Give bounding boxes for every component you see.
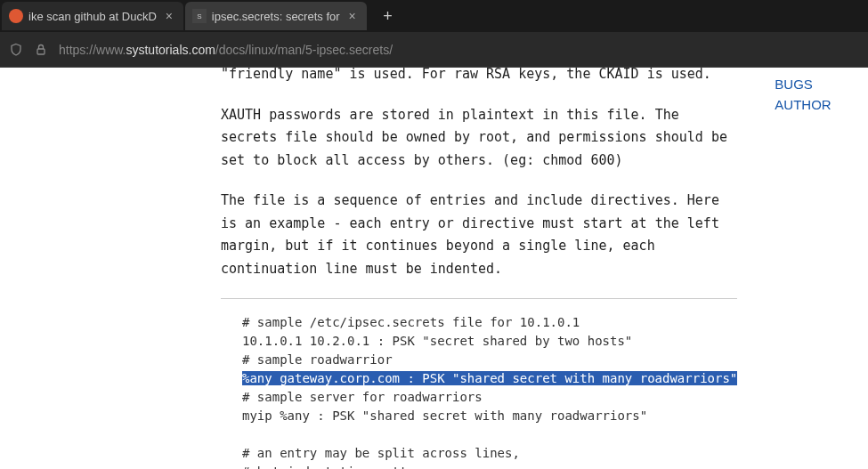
sidebar: BUGS AUTHOR — [764, 68, 868, 469]
new-tab-button[interactable]: + — [376, 4, 401, 28]
paragraph: The file is a sequence of entries and in… — [221, 190, 737, 280]
site-icon: S — [192, 9, 207, 23]
code-line: myip %any : PSK "shared secret with many… — [242, 408, 647, 423]
code-line: # but indentation matters — [242, 465, 430, 469]
code-block: # sample /etc/ipsec.secrets file for 10.… — [221, 298, 737, 469]
content-area: "friendly name" is used. For raw RSA key… — [0, 68, 868, 469]
close-icon[interactable]: × — [162, 9, 176, 23]
shield-icon[interactable] — [9, 43, 23, 57]
tab-active[interactable]: S ipsec.secrets: secrets for × — [185, 2, 367, 30]
duckduckgo-icon — [9, 9, 23, 23]
code-line: # sample server for roadwarriors — [242, 390, 483, 404]
tab-bar: ike scan github at DuckD × S ipsec.secre… — [0, 0, 868, 32]
tab-inactive[interactable]: ike scan github at DuckD × — [2, 2, 183, 30]
url-bar: https://www.systutorials.com/docs/linux/… — [0, 32, 868, 68]
tab-title: ike scan github at DuckD — [28, 10, 157, 23]
url-text[interactable]: https://www.systutorials.com/docs/linux/… — [59, 43, 859, 57]
url-domain: systutorials.com — [126, 43, 215, 57]
lock-icon[interactable] — [34, 43, 48, 57]
code-line-selected: %any gateway.corp.com : PSK "shared secr… — [242, 371, 737, 385]
svg-rect-0 — [37, 49, 45, 54]
code-line: 10.1.0.1 10.2.0.1 : PSK "secret shared b… — [242, 334, 632, 348]
close-icon[interactable]: × — [345, 9, 360, 23]
main-content: "friendly name" is used. For raw RSA key… — [0, 68, 764, 469]
url-prefix: https://www. — [59, 43, 126, 57]
paragraph: "friendly name" is used. For raw RSA key… — [221, 68, 737, 86]
sidebar-link-bugs[interactable]: BUGS — [775, 77, 868, 92]
url-path: /docs/linux/man/5-ipsec.secrets/ — [215, 43, 393, 57]
code-line: # sample /etc/ipsec.secrets file for 10.… — [242, 315, 580, 329]
code-line: # sample roadwarrior — [242, 352, 393, 367]
tab-title: ipsec.secrets: secrets for — [212, 10, 340, 23]
paragraph: XAUTH passwords are stored in plaintext … — [221, 104, 737, 173]
sidebar-link-author[interactable]: AUTHOR — [775, 97, 868, 112]
code-line: # an entry may be split across lines, — [242, 446, 520, 460]
